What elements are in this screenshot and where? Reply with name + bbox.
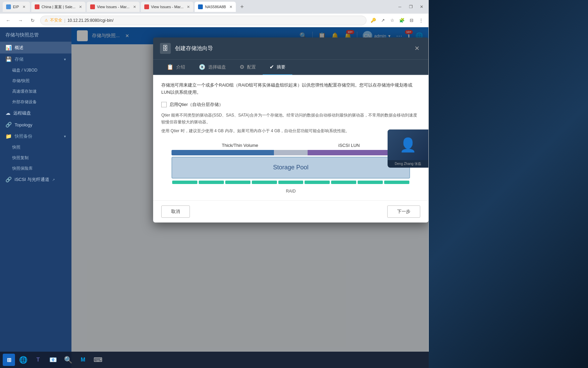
- sidebar-toggle-icon[interactable]: ⊟: [407, 16, 415, 25]
- sidebar-item-snapshot[interactable]: 快照: [0, 142, 71, 153]
- tab-close-nas[interactable]: ✕: [229, 5, 232, 9]
- sidebar-group-storage[interactable]: 💾 存储 ▾: [0, 53, 71, 65]
- create-pool-dialog: 🗄 创建存储池向导 ✕ 📋 介绍 💿 选择磁盘: [153, 37, 428, 223]
- sidebar-item-topology[interactable]: 🔗 Topology: [0, 119, 71, 131]
- bookmark-icon[interactable]: ☆: [388, 16, 396, 25]
- tab-label-china: China | 案案 | Sale...: [42, 4, 76, 10]
- snapshot-vault-label: 快照保险库: [12, 166, 33, 171]
- external-label: 外部存储设备: [12, 99, 37, 105]
- dialog-icon-symbol: 🗄: [162, 45, 168, 52]
- qtier-checkbox-label: 启用Qtier（自动分层存储）: [169, 102, 223, 108]
- tab-intro[interactable]: 📋 介绍: [160, 60, 192, 75]
- tab-config-icon: ⚙: [240, 64, 244, 70]
- tab-disk-label: 选择磁盘: [208, 64, 226, 70]
- sidebar-item-iscsi[interactable]: 🔗 iSCSI 与光纤通道 ↗: [0, 174, 71, 185]
- taskbar-mail[interactable]: 📧: [46, 353, 60, 367]
- snapshot-copy-label: 快照复制: [12, 155, 29, 161]
- video-avatar: 👤: [388, 129, 428, 160]
- security-icon: ⚠: [45, 18, 48, 22]
- qtier-desc1: Qtier 能将不同类型的驱动器(SSD、SAS、SATA)合并为一个存储池。经…: [161, 112, 420, 126]
- tab-issues2[interactable]: View Issues - Mar... ✕: [141, 2, 194, 12]
- extension-icon[interactable]: 🧩: [398, 16, 406, 25]
- tab-favicon-issues1: [90, 4, 95, 9]
- menu-icon[interactable]: ⋮: [417, 16, 425, 25]
- qtier-desc2: 使用 Qtier 时，建议至少使用 4 GB 内存。如果可用内存小于 4 GB，…: [161, 127, 420, 134]
- sidebar-header: 存储与快照总管: [0, 27, 71, 42]
- add-tab-button[interactable]: +: [237, 2, 247, 12]
- taskbar-app5[interactable]: M: [76, 353, 90, 367]
- tab-close-issues1[interactable]: ✕: [133, 5, 136, 9]
- key-icon[interactable]: 🔑: [369, 16, 377, 25]
- close-window-button[interactable]: ✕: [418, 3, 426, 11]
- raid-bar-9: [384, 181, 409, 184]
- address-box[interactable]: ⚠ 不安全 | 10.12.21.25:8080/cgi-bin/: [40, 16, 366, 25]
- restore-button[interactable]: ❐: [407, 3, 415, 11]
- sidebar-item-snapshot-copy[interactable]: 快照复制: [0, 153, 71, 163]
- sidebar-item-snapshot-vault[interactable]: 快照保险库: [0, 163, 71, 174]
- diagram-labels: Thick/Thin Volume iSCSI LUN: [168, 143, 413, 148]
- next-button[interactable]: 下一步: [387, 205, 420, 218]
- tab-issues1[interactable]: View Issues - Mar... ✕: [87, 2, 140, 12]
- taskbar-app6[interactable]: ⌨: [91, 353, 105, 367]
- storage-snapshot-label: 存储/快照: [12, 78, 30, 84]
- forward-button[interactable]: →: [16, 16, 25, 25]
- tab-select-disk[interactable]: 💿 选择磁盘: [192, 60, 233, 75]
- tab-intro-label: 介绍: [176, 64, 185, 70]
- taskbar-search[interactable]: 🔍: [61, 353, 75, 367]
- cancel-button[interactable]: 取消: [161, 205, 190, 218]
- tab-intro-icon: 📋: [167, 64, 174, 70]
- overview-icon: 📊: [5, 45, 12, 51]
- tab-eip[interactable]: EIP ✕: [3, 2, 30, 12]
- browser-titlebar: EIP ✕ China | 案案 | Sale... ✕ View Issues…: [0, 0, 428, 14]
- start-button[interactable]: ⊞: [3, 354, 15, 366]
- minimize-button[interactable]: ─: [396, 3, 404, 11]
- tab-summary[interactable]: ✔ 摘要: [263, 60, 292, 75]
- tab-config[interactable]: ⚙ 配置: [233, 60, 263, 75]
- modal-backdrop: 🗄 创建存储池向导 ✕ 📋 介绍 💿 选择磁盘: [71, 27, 428, 368]
- qtier-checkbox[interactable]: [161, 102, 167, 107]
- sidebar-item-overview[interactable]: 📊 概述: [0, 42, 71, 53]
- qtier-checkbox-row: 启用Qtier（自动分层存储）: [161, 102, 420, 108]
- back-button[interactable]: ←: [3, 16, 13, 25]
- sidebar-group-snapshot[interactable]: 📁 快照备份 ▾: [0, 131, 71, 142]
- sidebar: 存储与快照总管 📊 概述 💾 存储 ▾ 磁盘 / VJBOD 存储/快照 高速缓…: [0, 27, 71, 368]
- raid-bar-1: [172, 181, 197, 184]
- video-user-name: Deng Zhang 张磊: [388, 160, 428, 168]
- tab-summary-label: 摘要: [277, 64, 285, 70]
- raid-bar-8: [358, 181, 383, 184]
- snapshot-label: 快照: [12, 144, 20, 150]
- topology-label: Topology: [15, 122, 32, 127]
- dialog-close-button[interactable]: ✕: [412, 44, 422, 53]
- snapshot-group-icon: 📁: [5, 133, 12, 139]
- sidebar-item-storage-snapshot[interactable]: 存储/快照: [0, 76, 71, 86]
- tab-label-eip: EIP: [13, 5, 19, 9]
- tab-china[interactable]: China | 案案 | Sale... ✕: [31, 2, 85, 12]
- raid-label: RAID: [168, 189, 413, 194]
- browser-addressbar: ← → ↻ ⚠ 不安全 | 10.12.21.25:8080/cgi-bin/ …: [0, 14, 428, 27]
- sidebar-item-disk-vjbod[interactable]: 磁盘 / VJBOD: [0, 65, 71, 76]
- sidebar-item-accel[interactable]: 高速缓存加速: [0, 86, 71, 97]
- tab-label-issues2: View Issues - Mar...: [151, 5, 184, 9]
- taskbar: ⊞ 🌐 T 📧 🔍 M ⌨: [0, 352, 429, 368]
- taskbar-chrome[interactable]: 🌐: [16, 353, 30, 367]
- video-user-widget: 👤 Deng Zhang 张磊: [388, 129, 428, 168]
- topology-icon: 🔗: [5, 122, 12, 128]
- tab-close-eip[interactable]: ✕: [22, 5, 26, 9]
- bar-gap-gray: [274, 150, 307, 155]
- browser-controls: ─ ❐ ✕: [396, 3, 426, 11]
- snapshot-group-label: 快照备份: [15, 133, 32, 139]
- tab-close-issues2[interactable]: ✕: [187, 5, 190, 9]
- taskbar-teams[interactable]: T: [31, 353, 45, 367]
- refresh-button[interactable]: ↻: [28, 16, 37, 25]
- address-text[interactable]: 10.12.21.25:8080/cgi-bin/: [67, 18, 362, 23]
- diagram-visual: Storage Pool: [172, 150, 410, 187]
- sidebar-item-remote-disk[interactable]: ☁ 远程磁盘: [0, 107, 71, 119]
- bar-volume-blue: [172, 150, 274, 155]
- overview-label: 概述: [15, 45, 23, 51]
- share-icon[interactable]: ↗: [379, 16, 387, 25]
- raid-bar-6: [305, 181, 330, 184]
- tab-nas[interactable]: NAS586A8B ✕: [195, 2, 236, 12]
- tab-close-china[interactable]: ✕: [79, 5, 82, 9]
- sidebar-item-external[interactable]: 外部存储设备: [0, 97, 71, 107]
- raid-bar-7: [331, 181, 356, 184]
